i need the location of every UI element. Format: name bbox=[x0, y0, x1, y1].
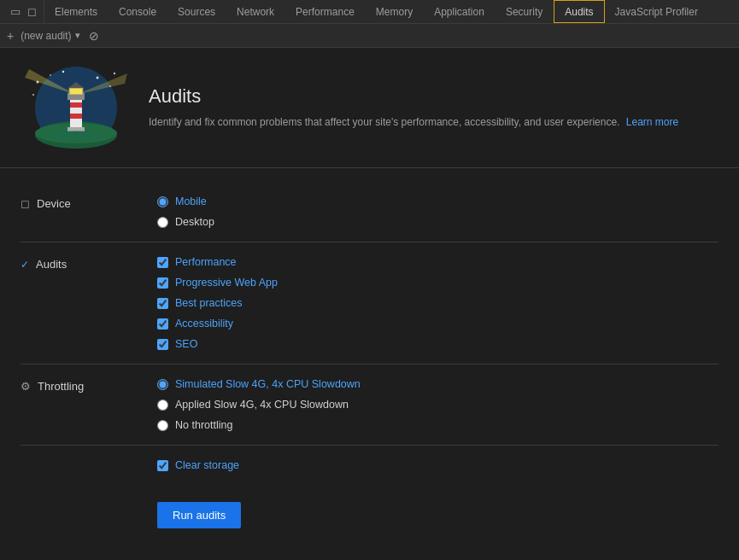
cancel-audit-button[interactable]: ⊘ bbox=[87, 27, 101, 44]
main-toolbar: ▭ ◻ Elements Console Sources Network Per… bbox=[0, 0, 739, 24]
clear-storage-checkbox[interactable] bbox=[157, 460, 168, 471]
nav-tabs: Elements Console Sources Network Perform… bbox=[44, 0, 736, 23]
throttling-simulated[interactable]: Simulated Slow 4G, 4x CPU Slowdown bbox=[157, 378, 361, 390]
seo-checkbox[interactable] bbox=[157, 339, 168, 350]
mobile-radio[interactable] bbox=[157, 196, 168, 207]
best-practices-checkbox[interactable] bbox=[157, 298, 168, 309]
svg-point-7 bbox=[114, 73, 115, 74]
svg-rect-16 bbox=[69, 88, 83, 95]
simulated-radio[interactable] bbox=[157, 379, 168, 390]
tab-application[interactable]: Application bbox=[424, 0, 496, 23]
device-icon: ◻ bbox=[21, 197, 30, 210]
run-button-wrapper: Run audits bbox=[0, 488, 739, 549]
svg-point-4 bbox=[62, 71, 64, 73]
throttling-applied[interactable]: Applied Slow 4G, 4x CPU Slowdown bbox=[157, 399, 361, 411]
clear-storage-row: Clear storage bbox=[21, 446, 718, 475]
svg-point-3 bbox=[32, 94, 34, 96]
tab-console[interactable]: Console bbox=[109, 0, 167, 23]
mobile-option[interactable]: Mobile bbox=[157, 195, 214, 207]
accessibility-checkbox[interactable] bbox=[157, 318, 168, 330]
device-icon[interactable]: ◻ bbox=[27, 5, 37, 18]
sub-toolbar: + (new audit) ▾ ⊘ bbox=[0, 24, 739, 48]
svg-point-2 bbox=[50, 74, 51, 76]
inspect-icon[interactable]: ▭ bbox=[10, 5, 21, 18]
audits-setting-row: ✓ Audits Performance Progressive Web App… bbox=[21, 242, 718, 365]
clear-storage-options: Clear storage bbox=[157, 459, 239, 471]
audits-checkmark-icon: ✓ bbox=[21, 259, 29, 271]
mobile-label: Mobile bbox=[175, 195, 207, 207]
tab-memory[interactable]: Memory bbox=[366, 0, 424, 23]
audit-performance[interactable]: Performance bbox=[157, 256, 278, 268]
header-text: Audits Identify and fix common problems … bbox=[149, 85, 678, 130]
desktop-label: Desktop bbox=[175, 216, 214, 228]
learn-more-link[interactable]: Learn more bbox=[626, 116, 678, 128]
header-description: Identify and fix common problems that af… bbox=[149, 114, 678, 130]
device-label: ◻ Device bbox=[21, 195, 157, 210]
audits-label: ✓ Audits bbox=[21, 256, 157, 271]
performance-checkbox[interactable] bbox=[157, 257, 168, 268]
run-audits-button[interactable]: Run audits bbox=[157, 502, 241, 528]
page-title: Audits bbox=[149, 85, 678, 108]
clear-storage-option[interactable]: Clear storage bbox=[157, 459, 239, 471]
svg-point-5 bbox=[97, 77, 99, 79]
svg-rect-12 bbox=[70, 97, 82, 127]
tab-js-profiler[interactable]: JavaScript Profiler bbox=[605, 0, 709, 23]
throttling-none[interactable]: No throttling bbox=[157, 419, 361, 431]
settings-panel: ◻ Device Mobile Desktop ✓ Audits bbox=[0, 168, 739, 488]
header-section: Audits Identify and fix common problems … bbox=[0, 48, 739, 168]
device-setting-row: ◻ Device Mobile Desktop bbox=[21, 182, 718, 242]
audit-seo[interactable]: SEO bbox=[157, 338, 278, 350]
clear-storage-spacer bbox=[21, 459, 157, 461]
device-options: Mobile Desktop bbox=[157, 195, 214, 228]
audit-best-practices[interactable]: Best practices bbox=[157, 297, 278, 309]
audit-select-wrapper: (new audit) ▾ bbox=[21, 30, 79, 42]
audit-select-value: (new audit) bbox=[21, 30, 71, 42]
tab-audits[interactable]: Audits bbox=[554, 0, 604, 23]
add-audit-icon[interactable]: + bbox=[7, 29, 14, 43]
main-content: Audits Identify and fix common problems … bbox=[0, 48, 739, 560]
desktop-radio[interactable] bbox=[157, 217, 168, 228]
lighthouse-illustration bbox=[21, 65, 132, 150]
svg-point-19 bbox=[50, 131, 102, 139]
desktop-option[interactable]: Desktop bbox=[157, 216, 214, 228]
pwa-checkbox[interactable] bbox=[157, 277, 168, 289]
throttling-setting-row: ⚙ Throttling Simulated Slow 4G, 4x CPU S… bbox=[21, 365, 718, 446]
applied-radio[interactable] bbox=[157, 400, 168, 411]
toolbar-icons: ▭ ◻ bbox=[3, 0, 44, 23]
tab-sources[interactable]: Sources bbox=[167, 0, 226, 23]
gear-icon: ⚙ bbox=[21, 380, 31, 393]
throttling-options: Simulated Slow 4G, 4x CPU Slowdown Appli… bbox=[157, 378, 361, 431]
no-throttling-radio[interactable] bbox=[157, 420, 168, 431]
svg-rect-14 bbox=[70, 114, 82, 119]
tab-network[interactable]: Network bbox=[226, 0, 285, 23]
audits-options: Performance Progressive Web App Best pra… bbox=[157, 256, 278, 350]
audit-pwa[interactable]: Progressive Web App bbox=[157, 277, 278, 289]
tab-elements[interactable]: Elements bbox=[44, 0, 109, 23]
throttling-label: ⚙ Throttling bbox=[21, 378, 157, 393]
audit-accessibility[interactable]: Accessibility bbox=[157, 318, 278, 330]
tab-security[interactable]: Security bbox=[496, 0, 554, 23]
svg-rect-13 bbox=[70, 102, 82, 108]
audit-select-dropdown-icon[interactable]: ▾ bbox=[75, 30, 80, 41]
tab-performance[interactable]: Performance bbox=[285, 0, 366, 23]
